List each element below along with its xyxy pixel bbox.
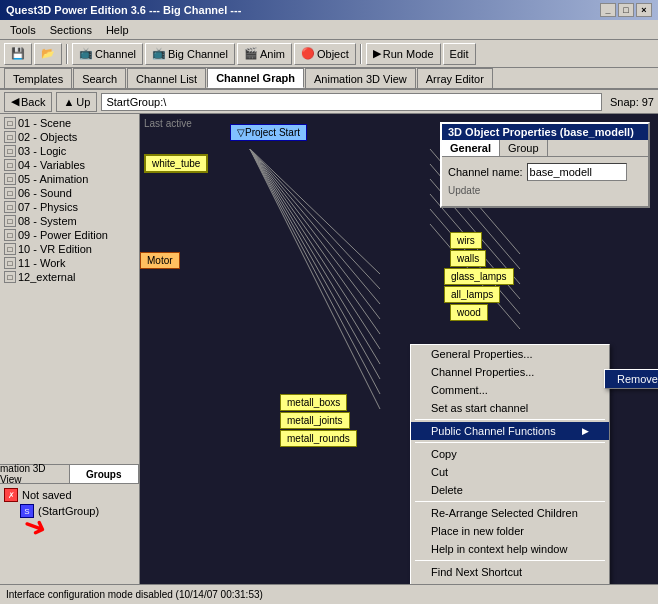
menu-help[interactable]: Help — [100, 22, 135, 38]
not-saved-icon: ✗ — [4, 488, 18, 502]
properties-content: Channel name: Update — [442, 157, 648, 206]
node-motor[interactable]: Motor — [140, 252, 180, 269]
tab-channel-list[interactable]: Channel List — [127, 68, 206, 88]
tree-item-vr-edition[interactable]: □ 10 - VR Edition — [2, 242, 137, 256]
tree-icon-variables: □ — [4, 159, 16, 171]
ctx-general-properties[interactable]: General Properties... — [411, 345, 609, 363]
channel-name-input[interactable] — [527, 163, 627, 181]
ctx-channel-properties[interactable]: Channel Properties... — [411, 363, 609, 381]
ctx-comment[interactable]: Comment... — [411, 381, 609, 399]
tree-item-animation[interactable]: □ 05 - Animation — [2, 172, 137, 186]
ctx-sep-2 — [415, 442, 605, 443]
group-item-start-group[interactable]: S (StartGroup) — [4, 504, 135, 518]
svg-line-2 — [250, 149, 380, 304]
ctx-help-context[interactable]: Help in context help window — [411, 540, 609, 558]
tree-icon-power-edition: □ — [4, 229, 16, 241]
tree-item-logic[interactable]: □ 03 - Logic — [2, 144, 137, 158]
ctx-set-start[interactable]: Set as start channel — [411, 399, 609, 417]
toolbar-anim[interactable]: 🎬 Anim — [237, 43, 292, 65]
up-button[interactable]: ▲ Up — [56, 92, 97, 112]
sub-remove-public-status[interactable]: Remove Public Status — [605, 370, 658, 388]
tab-channel-graph[interactable]: Channel Graph — [207, 68, 304, 88]
ctx-cut[interactable]: Cut — [411, 463, 609, 481]
toolbar-object[interactable]: 🔴 Object — [294, 43, 356, 65]
ctx-copy[interactable]: Copy — [411, 445, 609, 463]
channel-name-row: Channel name: — [448, 163, 642, 181]
node-metall-rounds[interactable]: metall_rounds — [280, 430, 357, 447]
ctx-sep-3 — [415, 501, 605, 502]
tree-item-physics[interactable]: □ 07 - Physics — [2, 200, 137, 214]
channel-icon: 📺 — [79, 47, 93, 60]
node-metall-boxs[interactable]: metall_boxs — [280, 394, 347, 411]
node-project-start[interactable]: ▽ Project Start — [230, 124, 307, 141]
status-bar: Interface configuration mode disabled (1… — [0, 584, 658, 604]
tab-animation-3d[interactable]: Animation 3D View — [305, 68, 416, 88]
tab-search[interactable]: Search — [73, 68, 126, 88]
node-glass-lamps[interactable]: glass_lamps — [444, 268, 514, 285]
tab-animation-3d-view[interactable]: mation 3D View — [0, 465, 70, 483]
ctx-public-channel-functions[interactable]: Public Channel Functions ▶ — [411, 422, 609, 440]
close-button[interactable]: × — [636, 3, 652, 17]
tree-item-work[interactable]: □ 11 - Work — [2, 256, 137, 270]
toolbar-channel[interactable]: 📺 Channel — [72, 43, 143, 65]
ctx-delete[interactable]: Delete — [411, 481, 609, 499]
channel-name-label: Channel name: — [448, 166, 523, 178]
tree-item-scene[interactable]: □ 01 - Scene — [2, 116, 137, 130]
back-button[interactable]: ◀ Back — [4, 92, 52, 112]
svg-line-9 — [250, 149, 380, 409]
prop-tab-group[interactable]: Group — [500, 140, 548, 156]
tree-icon-work: □ — [4, 257, 16, 269]
tree-icon-sound: □ — [4, 187, 16, 199]
toolbar-big-channel[interactable]: 📺 Big Channel — [145, 43, 235, 65]
tab-groups[interactable]: Groups — [70, 465, 140, 483]
tab-templates[interactable]: Templates — [4, 68, 72, 88]
tree-item-sound[interactable]: □ 06 - Sound — [2, 186, 137, 200]
minimize-button[interactable]: _ — [600, 3, 616, 17]
prop-tab-general[interactable]: General — [442, 140, 500, 156]
up-icon: ▲ — [63, 96, 74, 108]
ctx-place-folder[interactable]: Place in new folder — [411, 522, 609, 540]
tab-bar: Templates Search Channel List Channel Gr… — [0, 68, 658, 90]
tree-item-power-edition[interactable]: □ 09 - Power Edition — [2, 228, 137, 242]
properties-title: 3D Object Properties (base_modell) — [442, 124, 648, 140]
toolbar-save[interactable]: 💾 — [4, 43, 32, 65]
save-icon: 💾 — [11, 47, 25, 60]
group-item-not-saved[interactable]: ✗ Not saved — [4, 488, 135, 502]
tree-item-objects[interactable]: □ 02 - Objects — [2, 130, 137, 144]
node-white-tube[interactable]: white_tube — [144, 154, 208, 173]
open-icon: 📂 — [41, 47, 55, 60]
tree-item-system[interactable]: □ 08 - System — [2, 214, 137, 228]
node-wood[interactable]: wood — [450, 304, 488, 321]
node-wirs[interactable]: wirs — [450, 232, 482, 249]
tree-icon-logic: □ — [4, 145, 16, 157]
ctx-create-shortcut[interactable]: Create Shortcut — [411, 581, 609, 584]
tree-item-external[interactable]: □ 12_external — [2, 270, 137, 284]
tab-array-editor[interactable]: Array Editor — [417, 68, 493, 88]
ctx-rearrange[interactable]: Re-Arrange Selected Children — [411, 504, 609, 522]
submenu-arrow-icon: ▶ — [582, 426, 589, 436]
canvas-area[interactable]: Last active ▽ Project Start — [140, 114, 658, 584]
svg-line-8 — [250, 149, 380, 394]
maximize-button[interactable]: □ — [618, 3, 634, 17]
node-walls[interactable]: walls — [450, 250, 486, 267]
svg-line-0 — [250, 149, 380, 274]
toolbar-separator-2 — [360, 44, 362, 64]
node-metall-joints[interactable]: metall_joints — [280, 412, 350, 429]
submenu: Remove Public Status — [604, 369, 658, 389]
ctx-sep-4 — [415, 560, 605, 561]
ctx-sep-1 — [415, 419, 605, 420]
menu-sections[interactable]: Sections — [44, 22, 98, 38]
tree-item-variables[interactable]: □ 04 - Variables — [2, 158, 137, 172]
nav-bar: ◀ Back ▲ Up Snap: 97 — [0, 90, 658, 114]
tree-icon-external: □ — [4, 271, 16, 283]
toolbar-open[interactable]: 📂 — [34, 43, 62, 65]
toolbar-edit[interactable]: Edit — [443, 43, 476, 65]
ctx-find-shortcut[interactable]: Find Next Shortcut — [411, 563, 609, 581]
groups-panel: mation 3D View Groups ✗ Not saved S (Sta… — [0, 464, 139, 584]
menu-tools[interactable]: Tools — [4, 22, 42, 38]
node-all-lamps[interactable]: all_lamps — [444, 286, 500, 303]
path-input[interactable] — [101, 93, 602, 111]
svg-line-5 — [250, 149, 380, 349]
toolbar-run-mode[interactable]: ▶ Run Mode — [366, 43, 441, 65]
big-channel-icon: 📺 — [152, 47, 166, 60]
